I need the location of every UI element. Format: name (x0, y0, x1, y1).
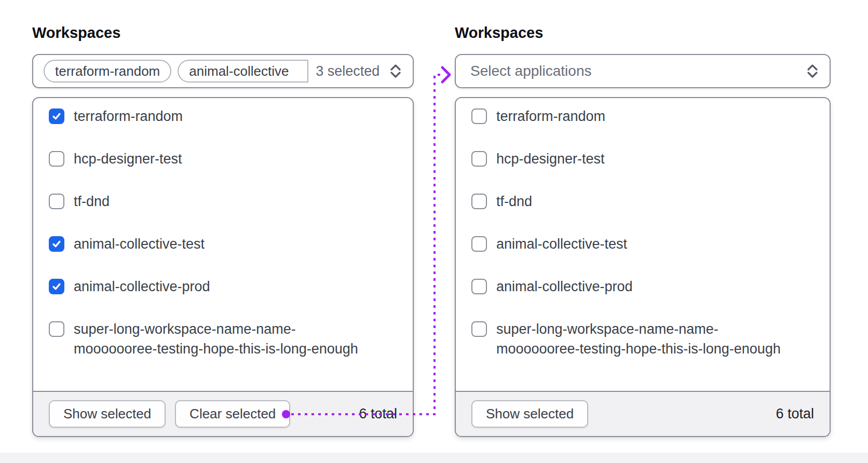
option-row[interactable]: hcp-designer-test (471, 149, 814, 169)
checkbox[interactable] (49, 108, 64, 124)
checkbox[interactable] (471, 236, 487, 252)
checkbox[interactable] (49, 194, 64, 209)
options-listbox: terraform-random hcp-designer-test tf-dn… (32, 97, 414, 437)
options-list: terraform-random hcp-designer-test tf-dn… (33, 98, 413, 391)
checkbox[interactable] (471, 279, 487, 294)
trigger-placeholder: Select applications (470, 63, 591, 79)
listbox-footer: Show selected Clear selected 6 total (33, 391, 413, 436)
selected-tag-truncated: animal-collective (178, 60, 308, 83)
option-label: tf-dnd (74, 192, 110, 211)
checkbox[interactable] (471, 321, 487, 337)
page-title: Workspaces (455, 24, 831, 42)
checkbox[interactable] (49, 321, 64, 337)
checkbox[interactable] (49, 151, 64, 167)
option-row[interactable]: tf-dnd (49, 192, 397, 211)
option-row[interactable]: animal-collective-test (471, 234, 814, 254)
workspaces-multiselect-left: Workspaces terraform-random animal-colle… (32, 24, 414, 437)
checkbox[interactable] (471, 108, 487, 124)
option-label: terraform-random (496, 106, 605, 126)
option-label: animal-collective-prod (496, 277, 633, 296)
connector-arrowhead (442, 67, 450, 82)
option-row[interactable]: terraform-random (471, 106, 814, 126)
selected-count-label: 3 selected (316, 63, 379, 79)
clear-selected-button[interactable]: Clear selected (175, 400, 290, 428)
option-label: hcp-designer-test (496, 149, 605, 169)
checkmark-icon (51, 281, 62, 292)
workspaces-multiselect-right: Workspaces Select applications terraform… (455, 24, 831, 437)
chevron-up-down-icon (806, 63, 819, 79)
option-row[interactable]: tf-dnd (471, 192, 814, 211)
show-selected-button[interactable]: Show selected (471, 400, 588, 428)
selected-tag: terraform-random (44, 60, 171, 83)
options-listbox: terraform-random hcp-designer-test tf-dn… (455, 97, 831, 437)
option-label: super-long-workspace-name-name- moooooor… (496, 319, 781, 359)
page-bottom-strip (0, 453, 868, 463)
option-row[interactable]: hcp-designer-test (49, 149, 397, 169)
listbox-footer: Show selected 6 total (456, 391, 830, 436)
checkmark-icon (51, 238, 62, 250)
option-row[interactable]: animal-collective-prod (471, 277, 814, 296)
option-label: tf-dnd (496, 192, 532, 211)
multiselect-trigger[interactable]: terraform-random animal-collective 3 sel… (32, 54, 414, 88)
tag-label: animal-collective (189, 63, 289, 79)
options-list: terraform-random hcp-designer-test tf-dn… (456, 98, 830, 391)
option-label: terraform-random (74, 106, 183, 126)
page-title: Workspaces (32, 24, 414, 42)
option-label-line: super-long-workspace-name-name- (74, 319, 358, 339)
option-row[interactable]: animal-collective-prod (49, 277, 397, 296)
total-count-label: 6 total (359, 406, 397, 422)
checkmark-icon (51, 111, 62, 122)
option-label-line: mooooooree-testing-hope-this-is-long-eno… (496, 339, 781, 359)
option-label: super-long-workspace-name-name- moooooor… (74, 319, 358, 359)
show-selected-button[interactable]: Show selected (49, 400, 166, 428)
option-label: animal-collective-test (74, 234, 205, 254)
total-count-label: 6 total (776, 406, 814, 422)
option-label: animal-collective-prod (74, 277, 210, 296)
chevron-up-down-icon (389, 63, 402, 79)
option-label: hcp-designer-test (74, 149, 182, 169)
option-row[interactable]: super-long-workspace-name-name- moooooor… (471, 319, 814, 359)
tag-label: terraform-random (55, 63, 160, 79)
checkbox[interactable] (49, 279, 64, 294)
option-label: animal-collective-test (496, 234, 627, 254)
multiselect-trigger[interactable]: Select applications (455, 54, 831, 88)
checkbox[interactable] (471, 194, 487, 209)
option-row[interactable]: terraform-random (49, 106, 397, 126)
option-row[interactable]: animal-collective-test (49, 234, 397, 254)
option-label-line: mooooooree-testing-hope-this-is-long-eno… (74, 339, 358, 359)
option-label-line: super-long-workspace-name-name- (496, 319, 781, 339)
checkbox[interactable] (471, 151, 487, 167)
option-row[interactable]: super-long-workspace-name-name- moooooor… (49, 319, 397, 359)
checkbox[interactable] (49, 236, 64, 252)
